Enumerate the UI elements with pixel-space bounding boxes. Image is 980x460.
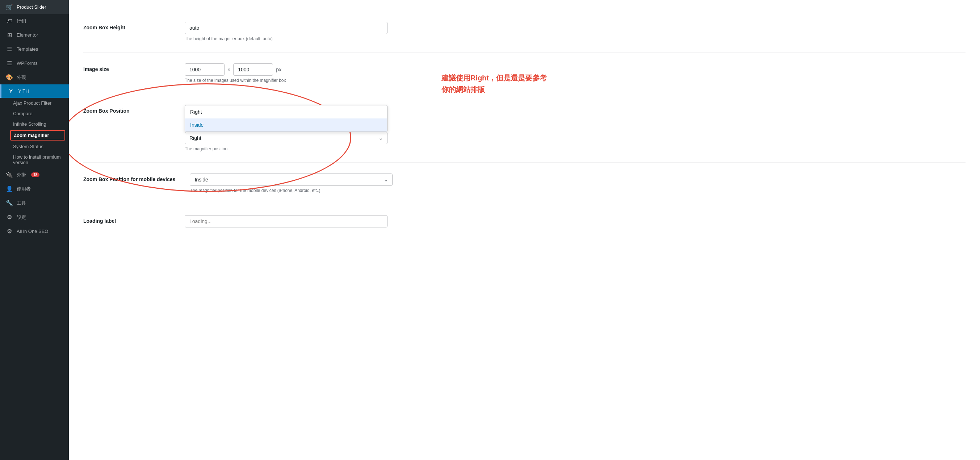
seo-icon: ⚙ (6, 228, 13, 235)
tools-icon: 🔧 (6, 200, 13, 207)
dropdown-list: Right Inside (185, 105, 388, 132)
sidebar-item-templates[interactable]: ☰ Templates (0, 42, 69, 56)
users-icon: 👤 (6, 185, 13, 192)
wpforms-icon: ☰ (6, 60, 13, 67)
appearance-icon: 🎨 (6, 74, 13, 81)
yith-icon: Y (7, 88, 14, 94)
image-size-label: Image size (83, 64, 170, 72)
plugins-icon: 🔌 (6, 171, 13, 178)
sidebar-item-settings[interactable]: ⚙ 設定 (0, 210, 69, 224)
sidebar-item-system-status[interactable]: System Status (0, 141, 69, 152)
sidebar: 🛒 Product Slider 🏷 行銷 ⊞ Elementor ☰ Temp… (0, 0, 69, 460)
loading-label-control (185, 215, 388, 228)
zoom-box-height-control: The height of the magnifier box (default… (185, 22, 388, 41)
sidebar-item-elementor[interactable]: ⊞ Elementor (0, 28, 69, 42)
image-width-input[interactable] (185, 64, 224, 76)
annotation-text: 建議使用Right，但是還是要參考 你的網站排版 (441, 72, 547, 95)
zoom-box-position-mobile-control: Inside Right The magnifier position for … (190, 173, 393, 193)
zoom-box-height-input[interactable] (185, 22, 388, 34)
image-size-inputs: × px (185, 64, 388, 76)
sidebar-item-tools[interactable]: 🔧 工具 (0, 196, 69, 210)
zoom-box-position-label: Zoom Box Position (83, 105, 170, 114)
settings-icon: ⚙ (6, 214, 13, 221)
product-slider-icon: 🛒 (6, 4, 13, 11)
times-symbol: × (228, 67, 230, 72)
loading-label-input[interactable] (185, 215, 388, 228)
sidebar-item-marketing[interactable]: 🏷 行銷 (0, 14, 69, 28)
zoom-box-position-mobile-row: Zoom Box Position for mobile devices Ins… (83, 162, 966, 204)
sidebar-item-ajax-product-filter[interactable]: Ajax Product Filter (0, 98, 69, 108)
mobile-select-wrapper[interactable]: Inside Right (190, 173, 393, 186)
templates-icon: ☰ (6, 46, 13, 53)
zoom-box-position-select-wrapper[interactable]: Right Inside (185, 132, 388, 144)
zoom-box-height-label: Zoom Box Height (83, 22, 170, 30)
sidebar-item-how-to-install[interactable]: How to install premium version (0, 152, 69, 168)
yith-submenu: Ajax Product Filter Compare Infinite Scr… (0, 98, 69, 168)
loading-label-label: Loading label (83, 215, 170, 224)
zoom-box-position-mobile-label: Zoom Box Position for mobile devices (83, 173, 175, 182)
loading-label-row: Loading label (83, 204, 966, 238)
sidebar-item-all-in-one-seo[interactable]: ⚙ All in One SEO (0, 224, 69, 238)
zoom-box-position-hint: The magnifier position (185, 146, 388, 151)
sidebar-item-infinite-scrolling[interactable]: Infinite Scrolling (0, 119, 69, 129)
sidebar-item-product-slider[interactable]: 🛒 Product Slider (0, 0, 69, 14)
dropdown-option-right[interactable]: Right (185, 105, 387, 118)
main-content: Zoom Box Height The height of the magnif… (69, 0, 980, 460)
sidebar-item-yith[interactable]: Y YITH (0, 84, 69, 98)
px-label: px (276, 67, 282, 72)
zoom-box-position-control: Right Inside Right Inside The magnifier … (185, 105, 388, 151)
plugins-badge: 18 (31, 172, 40, 177)
zoom-box-height-hint: The height of the magnifier box (default… (185, 36, 388, 41)
marketing-icon: 🏷 (6, 18, 13, 24)
elementor-icon: ⊞ (6, 32, 13, 38)
image-size-control: × px The size of the images used within … (185, 64, 388, 83)
sidebar-item-appearance[interactable]: 🎨 外觀 (0, 70, 69, 84)
sidebar-item-users[interactable]: 👤 使用者 (0, 182, 69, 196)
sidebar-item-compare[interactable]: Compare (0, 108, 69, 119)
mobile-hint: The magnifier position for the mobile de… (190, 188, 393, 193)
dropdown-option-inside[interactable]: Inside (185, 118, 387, 132)
zoom-box-position-select[interactable]: Right Inside (185, 132, 388, 144)
image-size-hint: The size of the images used within the m… (185, 78, 388, 83)
zoom-box-position-row: Zoom Box Position Right Inside Right Ins… (83, 94, 966, 162)
zoom-box-height-row: Zoom Box Height The height of the magnif… (83, 11, 966, 53)
sidebar-item-wpforms[interactable]: ☰ WPForms (0, 56, 69, 70)
sidebar-item-plugins[interactable]: 🔌 外掛 18 (0, 168, 69, 182)
zoom-box-position-mobile-select[interactable]: Inside Right (190, 173, 393, 186)
image-size-row: Image size × px The size of the images u… (83, 53, 966, 94)
image-height-input[interactable] (233, 64, 273, 76)
sidebar-item-zoom-magnifier[interactable]: Zoom magnifier (10, 130, 65, 140)
